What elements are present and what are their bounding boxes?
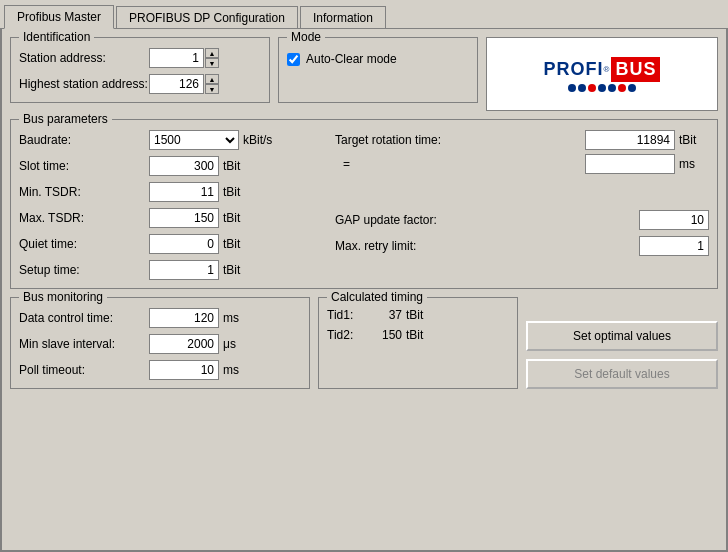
auto-clear-row: Auto-Clear mode xyxy=(287,52,469,66)
data-control-row: Data control time: ms xyxy=(19,308,301,328)
target-rotation-row: Target rotation time: tBit xyxy=(335,130,709,150)
data-control-unit: ms xyxy=(223,311,253,325)
min-slave-row: Min slave interval: μs xyxy=(19,334,301,354)
max-tsdr-row: Max. TSDR: tBit xyxy=(19,208,319,228)
station-address-up-btn[interactable]: ▲ xyxy=(205,48,219,58)
baudrate-select[interactable]: 1500 500 187.5 93.75 45.45 19.2 9.6 xyxy=(149,130,239,150)
equals-sign: = xyxy=(343,157,350,171)
setup-time-label: Setup time: xyxy=(19,263,149,277)
tab-profibus-master[interactable]: Profibus Master xyxy=(4,5,114,29)
setup-time-unit: tBit xyxy=(223,263,253,277)
set-optimal-button[interactable]: Set optimal values xyxy=(526,321,718,351)
logo-dot-4 xyxy=(598,84,606,92)
profibus-logo-area: PROFI ® BUS xyxy=(486,37,718,111)
mode-legend: Mode xyxy=(287,30,325,44)
min-tsdr-input[interactable] xyxy=(149,182,219,202)
highest-station-input[interactable] xyxy=(149,74,204,94)
quiet-time-row: Quiet time: tBit xyxy=(19,234,319,254)
setup-time-input[interactable] xyxy=(149,260,219,280)
station-address-input[interactable] xyxy=(149,48,204,68)
auto-clear-label: Auto-Clear mode xyxy=(306,52,397,66)
highest-station-down-btn[interactable]: ▼ xyxy=(205,84,219,94)
tid2-value: 150 xyxy=(372,328,402,342)
equals-row: = ms xyxy=(335,154,709,174)
baudrate-label: Baudrate: xyxy=(19,133,149,147)
main-panel: Identification Station address: ▲ ▼ High… xyxy=(0,28,728,552)
poll-timeout-unit: ms xyxy=(223,363,253,377)
max-tsdr-unit: tBit xyxy=(223,211,253,225)
auto-clear-checkbox[interactable] xyxy=(287,53,300,66)
tab-bar: Profibus Master PROFIBUS DP Configuratio… xyxy=(0,0,728,28)
station-address-row: Station address: ▲ ▼ xyxy=(19,48,261,68)
logo-bus-text: BUS xyxy=(615,59,656,79)
bus-monitoring-legend: Bus monitoring xyxy=(19,290,107,304)
station-address-spinner: ▲ ▼ xyxy=(149,48,219,68)
min-slave-label: Min slave interval: xyxy=(19,337,149,351)
target-rotation-input[interactable] xyxy=(585,130,675,150)
gap-update-input[interactable] xyxy=(639,210,709,230)
calculated-timing-group: Calculated timing Tid1: 37 tBit Tid2: 15… xyxy=(318,297,518,389)
logo-dot-6 xyxy=(618,84,626,92)
top-section: Identification Station address: ▲ ▼ High… xyxy=(10,37,718,111)
gap-update-row: GAP update factor: xyxy=(335,210,709,230)
equals-value-input[interactable] xyxy=(585,154,675,174)
slot-time-input[interactable] xyxy=(149,156,219,176)
tid2-label: Tid2: xyxy=(327,328,372,342)
bottom-section: Bus monitoring Data control time: ms Min… xyxy=(10,297,718,397)
highest-station-spinner-btns: ▲ ▼ xyxy=(205,74,219,94)
max-retry-label: Max. retry limit: xyxy=(335,239,639,253)
max-tsdr-input[interactable] xyxy=(149,208,219,228)
tid1-row: Tid1: 37 tBit xyxy=(327,308,509,322)
buttons-area: Set optimal values Set default values xyxy=(526,297,718,397)
slot-time-row: Slot time: tBit xyxy=(19,156,319,176)
min-tsdr-row: Min. TSDR: tBit xyxy=(19,182,319,202)
poll-timeout-input[interactable] xyxy=(149,360,219,380)
station-address-label: Station address: xyxy=(19,51,149,65)
station-address-down-btn[interactable]: ▼ xyxy=(205,58,219,68)
mode-group: Mode Auto-Clear mode xyxy=(278,37,478,103)
profibus-logo: PROFI ® BUS xyxy=(540,53,665,96)
equals-unit: ms xyxy=(679,157,709,171)
poll-timeout-label: Poll timeout: xyxy=(19,363,149,377)
logo-profi-text: PROFI xyxy=(544,59,604,80)
baudrate-row: Baudrate: 1500 500 187.5 93.75 45.45 19.… xyxy=(19,130,319,150)
calculated-timing-legend: Calculated timing xyxy=(327,290,427,304)
max-retry-input[interactable] xyxy=(639,236,709,256)
max-tsdr-label: Max. TSDR: xyxy=(19,211,149,225)
highest-station-up-btn[interactable]: ▲ xyxy=(205,74,219,84)
bus-monitoring-group: Bus monitoring Data control time: ms Min… xyxy=(10,297,310,389)
slot-time-unit: tBit xyxy=(223,159,253,173)
target-rotation-label: Target rotation time: xyxy=(335,133,585,147)
tab-information[interactable]: Information xyxy=(300,6,386,29)
quiet-time-input[interactable] xyxy=(149,234,219,254)
identification-legend: Identification xyxy=(19,30,94,44)
gap-update-label: GAP update factor: xyxy=(335,213,639,227)
bus-params-content: Baudrate: 1500 500 187.5 93.75 45.45 19.… xyxy=(19,124,709,280)
slot-time-label: Slot time: xyxy=(19,159,149,173)
logo-dot-2 xyxy=(578,84,586,92)
min-tsdr-unit: tBit xyxy=(223,185,253,199)
bus-parameters-legend: Bus parameters xyxy=(19,112,112,126)
quiet-time-unit: tBit xyxy=(223,237,253,251)
logo-dots xyxy=(568,84,636,92)
baudrate-unit: kBit/s xyxy=(243,133,273,147)
tid1-value: 37 xyxy=(372,308,402,322)
highest-station-spinner: ▲ ▼ xyxy=(149,74,219,94)
highest-station-label: Highest station address: xyxy=(19,77,149,91)
tid1-label: Tid1: xyxy=(327,308,372,322)
data-control-input[interactable] xyxy=(149,308,219,328)
bus-parameters-group: Bus parameters Baudrate: 1500 500 187.5 … xyxy=(10,119,718,289)
logo-dot-1 xyxy=(568,84,576,92)
max-retry-row: Max. retry limit: xyxy=(335,236,709,256)
min-slave-input[interactable] xyxy=(149,334,219,354)
logo-dot-5 xyxy=(608,84,616,92)
logo-dot-7 xyxy=(628,84,636,92)
station-address-spinner-btns: ▲ ▼ xyxy=(205,48,219,68)
identification-group: Identification Station address: ▲ ▼ High… xyxy=(10,37,270,103)
setup-time-row: Setup time: tBit xyxy=(19,260,319,280)
tab-profibus-dp-config[interactable]: PROFIBUS DP Configuration xyxy=(116,6,298,29)
target-rotation-unit: tBit xyxy=(679,133,709,147)
bus-params-right: Target rotation time: tBit = ms GAP upda… xyxy=(335,124,709,280)
set-default-button[interactable]: Set default values xyxy=(526,359,718,389)
quiet-time-label: Quiet time: xyxy=(19,237,149,251)
